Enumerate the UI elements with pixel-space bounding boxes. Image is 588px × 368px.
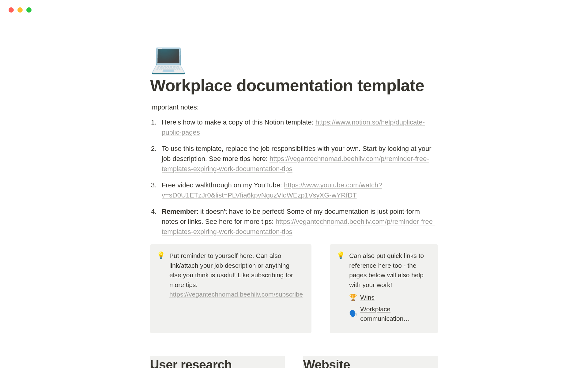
section-heading-website[interactable]: Website <box>303 356 438 368</box>
callout-body: Put reminder to yourself here. Can also … <box>169 252 293 288</box>
callout-quick-links[interactable]: 💡 Can also put quick links to reference … <box>330 244 438 333</box>
notes-list: Here's how to make a copy of this Notion… <box>150 117 438 237</box>
subscribe-link[interactable]: https://vegantechnomad.beehiiv.com/subsc… <box>169 291 303 298</box>
section-column-right: Website <box>303 356 438 368</box>
list-item[interactable]: Here's how to make a copy of this Notion… <box>150 117 438 137</box>
section-heading-user-research[interactable]: User research <box>150 356 285 368</box>
intro-text[interactable]: Important notes: <box>150 102 438 112</box>
note-bold-prefix: Remember <box>162 208 197 215</box>
page-link-label: Workplace communication… <box>360 304 429 324</box>
speaking-head-icon: 🗣️ <box>349 309 357 319</box>
bulb-icon: 💡 <box>337 251 345 325</box>
page-link-wins[interactable]: 🏆 Wins <box>349 293 429 302</box>
callout-body: Can also put quick links to reference he… <box>349 251 429 289</box>
minimize-window-button[interactable] <box>17 7 23 13</box>
page-link-communication[interactable]: 🗣️ Workplace communication… <box>349 304 429 324</box>
page-content: 💻 Workplace documentation template Impor… <box>150 13 438 368</box>
window-controls <box>0 0 588 13</box>
page-link-label: Wins <box>360 293 375 302</box>
list-item[interactable]: Free video walkthrough on my YouTube: ht… <box>150 180 438 200</box>
list-item[interactable]: To use this template, replace the job re… <box>150 144 438 174</box>
callout-reminder[interactable]: 💡 Put reminder to yourself here. Can als… <box>150 244 311 333</box>
note-text: Free video walkthrough on my YouTube: <box>162 181 284 189</box>
callouts-row: 💡 Put reminder to yourself here. Can als… <box>150 244 438 333</box>
callout-pages: 🏆 Wins 🗣️ Workplace communication… <box>349 293 429 324</box>
bulb-icon: 💡 <box>157 251 165 325</box>
sections-row: User research Website <box>150 356 438 368</box>
maximize-window-button[interactable] <box>26 7 32 13</box>
callout-text: Put reminder to yourself here. Can also … <box>169 251 303 325</box>
callout-text: Can also put quick links to reference he… <box>349 251 429 325</box>
page-title[interactable]: Workplace documentation template <box>150 76 438 95</box>
note-text: Here's how to make a copy of this Notion… <box>162 118 315 126</box>
trophy-icon: 🏆 <box>349 293 357 302</box>
close-window-button[interactable] <box>9 7 14 13</box>
page-icon[interactable]: 💻 <box>150 43 438 73</box>
list-item[interactable]: Remember: it doesn't have to be perfect!… <box>150 206 438 237</box>
section-column-left: User research <box>150 356 285 368</box>
